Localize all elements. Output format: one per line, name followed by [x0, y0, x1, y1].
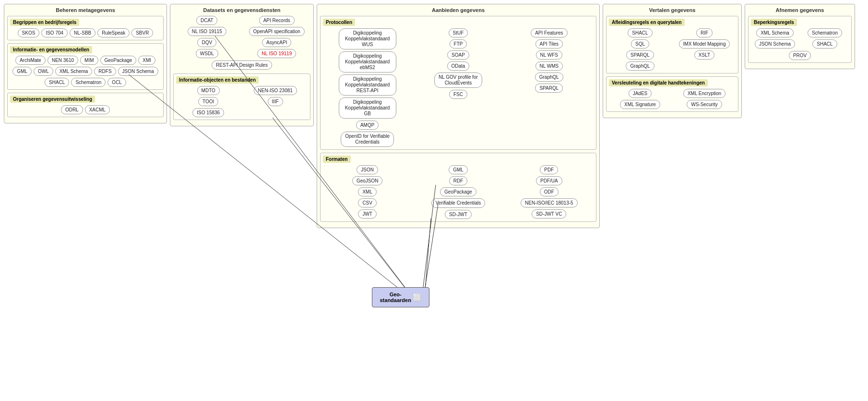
item-rdf[interactable]: RDF	[449, 176, 468, 185]
item-nen3610[interactable]: NEN 3610	[48, 56, 78, 65]
infoobj-col1-items: MDTO TOOI ISO 15836	[176, 86, 241, 117]
item-sparql-v[interactable]: SPARQL	[626, 50, 654, 60]
item-ws-security[interactable]: WS-Security	[687, 100, 722, 109]
item-pdf[interactable]: PDF	[540, 165, 558, 174]
item-sd-jwt[interactable]: SD-JWT	[445, 210, 472, 219]
geo-label: Geo-standaarden	[380, 292, 411, 303]
item-rdfs[interactable]: RDFS	[94, 67, 116, 76]
item-ocl[interactable]: OCL	[107, 78, 126, 87]
item-rif[interactable]: RIF	[696, 28, 713, 37]
item-rest-api-design-rules[interactable]: REST-API Design Rules	[212, 61, 272, 70]
item-sbvr[interactable]: SBVR	[131, 28, 153, 37]
item-xacml[interactable]: XACML	[85, 105, 110, 114]
item-gml-b[interactable]: GML	[12, 67, 32, 76]
item-csv[interactable]: CSV	[358, 198, 377, 207]
item-dcat[interactable]: DCAT	[196, 16, 217, 25]
item-jsonschema-af[interactable]: JSON Schema	[755, 39, 795, 49]
item-schematron-af[interactable]: Schematron	[808, 28, 842, 37]
item-wsdl[interactable]: WSDL	[196, 49, 218, 58]
beperkingsregels-grid: XML Schema JSON Schema Schematron SHACL	[751, 28, 849, 49]
item-digi-rest-api[interactable]: DigikoppelingKoppelvlakstandaard REST-AP…	[339, 74, 396, 96]
item-nl-iso-19115[interactable]: NL ISO 19115	[188, 27, 226, 36]
item-schematron-b[interactable]: Schematron	[71, 78, 106, 87]
item-dqv[interactable]: DQV	[197, 38, 216, 47]
item-iiif[interactable]: IIIF	[268, 97, 283, 106]
datasets-col1: DCAT NL ISO 19115 DQV WSDL	[173, 16, 241, 58]
item-digi-gb[interactable]: DigikoppelingKoppelvlakstandaard GB	[339, 97, 396, 119]
formaten-subsection: Formaten JSON GeoJSON XML CSV JWT GML RD…	[320, 153, 596, 222]
item-xml-encryption[interactable]: XML Encryption	[683, 89, 725, 98]
item-xml[interactable]: XML	[358, 187, 377, 196]
item-iso704[interactable]: ISO 704	[41, 28, 68, 37]
item-graphql-v[interactable]: GraphQL	[626, 61, 654, 71]
item-owl[interactable]: OWL	[34, 67, 53, 76]
item-geopackage-f[interactable]: GeoPackage	[440, 187, 476, 196]
item-jades[interactable]: JAdES	[629, 89, 652, 98]
item-geopackage-b[interactable]: GeoPackage	[100, 56, 137, 65]
infoobj-col2: NEN-ISO 23081 IIIF	[243, 86, 308, 117]
form-col3: PDF PDF/UA ODF NEN-ISO/IEC 18013-5 SD-JW…	[505, 165, 594, 219]
col-afnemen: Afnemen gegevens Beperkingsregels XML Sc…	[745, 4, 855, 228]
item-asyncapi[interactable]: AsyncAPI	[262, 38, 291, 47]
organiseren-items: ODRL XACML	[10, 105, 161, 114]
item-tooi[interactable]: TOOI	[198, 97, 218, 106]
item-api-tiles[interactable]: API Tiles	[535, 39, 563, 49]
item-xmlschema-af[interactable]: XML Schema	[756, 28, 794, 37]
item-openapi[interactable]: OpenAPI specification	[249, 27, 305, 36]
organiseren-title: Organiseren gegevensuitwisseling	[10, 96, 95, 103]
item-openid-vc[interactable]: OpenID for VerifiableCredentials	[341, 132, 394, 147]
item-mim[interactable]: MIM	[80, 56, 98, 65]
item-jwt[interactable]: JWT	[358, 209, 377, 219]
datasets-col2-items: API Records OpenAPI specification AsyncA…	[243, 16, 311, 58]
item-api-features[interactable]: API Features	[531, 28, 567, 37]
item-verifiable-credentials[interactable]: Verifiable Credentials	[431, 198, 486, 208]
item-api-records[interactable]: API Records	[259, 16, 295, 25]
item-rulespeak[interactable]: RuleSpeak	[97, 28, 130, 37]
item-sd-jwt-vc[interactable]: SD-JWT VC	[532, 209, 566, 219]
datasets-inner: DCAT NL ISO 19115 DQV WSDL API Records O…	[173, 16, 310, 58]
item-nl-wfs[interactable]: NL WFS	[536, 50, 562, 60]
item-soap[interactable]: SOAP	[447, 50, 469, 60]
item-archimate[interactable]: ArchiMate	[15, 56, 46, 65]
item-nen-iso-23081[interactable]: NEN-ISO 23081	[254, 86, 297, 95]
item-gml-f[interactable]: GML	[449, 165, 468, 174]
item-odata[interactable]: OData	[447, 61, 470, 71]
item-fsc[interactable]: FSC	[449, 90, 467, 99]
item-odf[interactable]: ODF	[540, 187, 559, 196]
versleuteling-title: Versleuteling en digitale handtekeningen	[609, 79, 708, 86]
item-geojson[interactable]: GeoJSON	[352, 176, 383, 185]
item-nl-wms[interactable]: NL WMS	[535, 61, 563, 71]
item-sparql-p[interactable]: SPARQL	[535, 84, 563, 93]
item-xslt[interactable]: XSLT	[694, 50, 714, 60]
afleidingsregels-title: Afleidingsregels en querytalen	[609, 19, 685, 26]
item-jsonschema-b[interactable]: JSON Schema	[118, 67, 158, 76]
item-nl-gov-profile[interactable]: NL GOV profile forCloudEvents	[434, 73, 482, 88]
item-prov[interactable]: PROV	[789, 51, 811, 60]
item-imx-model-mapping[interactable]: IMX Model Mapping	[679, 39, 730, 49]
item-xmlschema-b[interactable]: XML Schema	[55, 67, 93, 76]
form-col2: GML RDF GeoPackage Verifiable Credential…	[414, 165, 502, 219]
item-nen-iso-iec-18013[interactable]: NEN-ISO/IEC 18013-5	[521, 198, 578, 207]
item-odrl[interactable]: ODRL	[61, 105, 83, 114]
item-nl-iso-19119[interactable]: NL ISO 19119	[257, 49, 296, 58]
item-shacl-af[interactable]: SHACL	[812, 39, 837, 49]
item-xmi[interactable]: XMI	[138, 56, 155, 65]
item-nlsbb[interactable]: NL-SBB	[70, 28, 95, 37]
item-shacl-v[interactable]: SHACL	[628, 28, 652, 37]
item-digi-wus[interactable]: DigikoppelingKoppelvlakstandaard WUS	[339, 28, 396, 49]
item-iso15836[interactable]: ISO 15836	[192, 108, 224, 117]
item-skos[interactable]: SKOS	[18, 28, 40, 37]
item-digi-ebms2[interactable]: DigikoppelingKoppelvlakstandaard ebMS2	[339, 51, 396, 73]
item-sql[interactable]: SQL	[631, 39, 649, 49]
item-graphql-p[interactable]: GraphQL	[535, 73, 563, 82]
item-pdf-ua[interactable]: PDF/UA	[536, 176, 562, 185]
item-ftp[interactable]: FTP	[450, 39, 467, 49]
datasets-title: Datasets en gegevensdiensten	[173, 7, 310, 13]
item-json[interactable]: JSON	[357, 165, 378, 174]
item-mdto[interactable]: MDTO	[197, 86, 220, 95]
item-stuf[interactable]: StUF	[449, 28, 468, 37]
item-xml-signature[interactable]: XML Signature	[620, 100, 660, 109]
geo-standaarden-box[interactable]: Geo-standaarden ⬜	[372, 287, 429, 307]
item-shacl-b[interactable]: SHACL	[45, 78, 69, 87]
item-amqp[interactable]: AMQP	[356, 121, 379, 130]
